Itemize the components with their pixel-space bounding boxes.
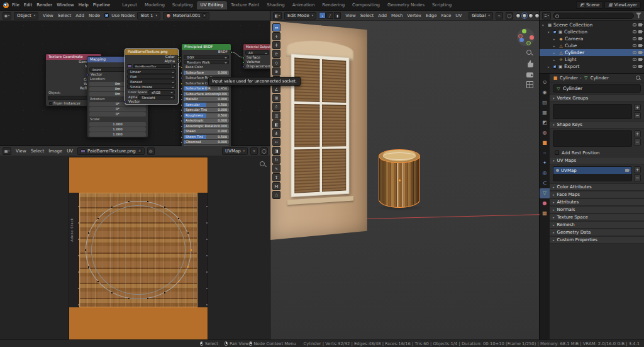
properties-tab[interactable]: ◎ bbox=[540, 168, 550, 178]
vector-input-socket[interactable] bbox=[124, 101, 126, 103]
outliner-row[interactable]: Cube bbox=[540, 42, 644, 49]
image-icon[interactable] bbox=[127, 64, 132, 68]
input-socket[interactable] bbox=[180, 82, 183, 85]
viewlayer-selector[interactable]: ViewLayer bbox=[604, 1, 641, 9]
properties-tab[interactable]: ✦ bbox=[540, 158, 550, 168]
disable-in-render-icon[interactable] bbox=[638, 51, 642, 54]
properties-tab[interactable]: ◩ bbox=[540, 118, 550, 128]
value-slider[interactable]: Metallic 0.000 bbox=[184, 97, 229, 101]
input-socket[interactable] bbox=[180, 136, 183, 139]
unlink-image-icon[interactable] bbox=[138, 149, 142, 153]
shader-menu-item[interactable]: View bbox=[41, 13, 55, 19]
workspace-tab[interactable]: UV Editing bbox=[197, 1, 228, 9]
transform-orientation-dropdown[interactable]: Global bbox=[469, 12, 493, 20]
image-setting-select[interactable]: Linear bbox=[127, 69, 176, 74]
workspace-tab[interactable]: Animation bbox=[289, 1, 319, 9]
image-name-field[interactable]: PaidBarrelTex.. bbox=[133, 64, 171, 69]
vertex-groups-list[interactable] bbox=[553, 104, 632, 119]
distribution-select[interactable]: GGX bbox=[184, 55, 229, 59]
viewport-tool-button[interactable]: ∠ bbox=[272, 85, 280, 93]
uv-map-item[interactable]: UVMap bbox=[553, 167, 631, 174]
value-slider[interactable]: Specular 0.500 bbox=[184, 103, 229, 107]
editor-type-dropdown[interactable] bbox=[273, 12, 282, 20]
workspace-tab[interactable]: Rendering bbox=[318, 1, 348, 9]
input-socket[interactable] bbox=[180, 120, 183, 122]
viewport-tool-button[interactable]: ◧ bbox=[272, 120, 280, 128]
properties-section[interactable]: Face Maps bbox=[550, 191, 644, 198]
snap-magnet-icon[interactable]: ⌁ bbox=[496, 12, 503, 20]
collection-checkbox[interactable] bbox=[553, 30, 557, 34]
outliner-row[interactable]: Collection bbox=[540, 28, 644, 35]
slot-dropdown[interactable]: Slot 1 bbox=[137, 12, 160, 20]
uv-canvas[interactable]: Adobe Stock bbox=[0, 156, 270, 339]
datablock-name-field[interactable]: Cylinder bbox=[553, 84, 641, 93]
reference-photo-plane[interactable] bbox=[270, 21, 367, 240]
expand-icon[interactable] bbox=[553, 44, 557, 48]
uv-map-dropdown[interactable]: UVMap bbox=[222, 147, 248, 155]
properties-section[interactable]: Color Attributes bbox=[550, 183, 644, 191]
disable-in-render-icon[interactable] bbox=[638, 65, 642, 68]
uv-menu-item[interactable]: Select bbox=[29, 148, 47, 154]
properties-tab[interactable]: ▦ bbox=[540, 108, 550, 118]
input-socket[interactable] bbox=[180, 88, 183, 90]
add-uv-map-button[interactable] bbox=[634, 166, 641, 173]
viewport-menu-item[interactable]: UV bbox=[453, 13, 464, 19]
input-socket[interactable] bbox=[180, 93, 183, 96]
shape-keys-list[interactable] bbox=[553, 130, 632, 147]
uv-menu-item[interactable]: UV bbox=[65, 148, 75, 154]
alpha-select[interactable]: Straight bbox=[138, 95, 175, 100]
input-socket[interactable] bbox=[180, 141, 183, 144]
cylinder-object[interactable] bbox=[379, 149, 420, 208]
value-slider[interactable]: Clearcoat Roughness 0.030 bbox=[184, 145, 229, 147]
viewport-tool-button[interactable]: ◫ bbox=[272, 111, 280, 120]
viewport-tool-button[interactable]: ✂ bbox=[272, 138, 280, 146]
vertex-select-button[interactable]: ∙ bbox=[319, 12, 326, 19]
properties-tab[interactable]: ◍ bbox=[540, 128, 550, 138]
viewport-tool-button[interactable]: ⊞ bbox=[272, 94, 280, 102]
node-material-output[interactable]: Material Output All Surface Volume bbox=[243, 43, 270, 69]
remove-shape-key-button[interactable] bbox=[634, 139, 641, 145]
snap-icon[interactable]: ⌖ bbox=[250, 147, 258, 155]
value-slider[interactable]: Base Color bbox=[184, 65, 229, 69]
blender-logo-icon[interactable] bbox=[3, 3, 9, 8]
hide-in-viewport-icon[interactable] bbox=[633, 65, 636, 68]
outliner-row[interactable]: Light bbox=[540, 56, 644, 63]
expand-icon[interactable] bbox=[548, 65, 552, 69]
breadcrumb-object[interactable]: Cylinder bbox=[560, 76, 578, 81]
viewport-tool-button[interactable]: ⋈ bbox=[272, 182, 280, 190]
node-header[interactable]: Material Output bbox=[243, 44, 270, 50]
node-header[interactable]: PaidBarrelTexture.png bbox=[125, 49, 178, 55]
subsurface-method-select[interactable]: Random Walk bbox=[184, 60, 229, 64]
hide-in-viewport-icon[interactable] bbox=[633, 58, 636, 61]
disable-in-render-icon[interactable] bbox=[638, 23, 642, 26]
properties-section[interactable]: Remesh bbox=[550, 221, 644, 229]
scale-y-field[interactable]: 1.000 bbox=[89, 127, 146, 132]
uv-menu-item[interactable]: Image bbox=[47, 148, 64, 154]
viewport-canvas[interactable]: ▭+✛⟳◇⊕✎∠⊞⇧◫◧⋔✂◨↻∿↕⋈◌ User Perspective (1… bbox=[270, 21, 540, 339]
properties-section[interactable]: Geometry Data bbox=[550, 229, 644, 236]
y-axis-handle[interactable] bbox=[522, 29, 526, 33]
input-socket[interactable] bbox=[180, 109, 183, 111]
node-principled-bsdf[interactable]: Principled BSDF BSDF GGX Random Walk Bas… bbox=[181, 43, 231, 146]
hide-in-viewport-icon[interactable] bbox=[633, 51, 636, 54]
uv-menu-item[interactable]: View bbox=[14, 148, 28, 154]
solid-shading-icon[interactable] bbox=[522, 13, 527, 18]
vector-input-socket[interactable] bbox=[86, 74, 89, 76]
input-socket[interactable] bbox=[180, 77, 183, 79]
node-header[interactable]: Principled BSDF bbox=[182, 44, 231, 50]
viewport-tool-button[interactable]: ⇧ bbox=[272, 103, 280, 111]
section-uv-maps[interactable]: UV Maps bbox=[550, 157, 644, 164]
viewport-tool-button[interactable]: ◨ bbox=[272, 147, 280, 155]
viewport-menu-item[interactable]: Vertex bbox=[405, 13, 423, 19]
remove-vertex-group-button[interactable] bbox=[634, 112, 641, 119]
viewport-tool-button[interactable]: ∿ bbox=[272, 164, 280, 173]
remove-uv-map-button[interactable] bbox=[634, 174, 641, 181]
properties-section[interactable]: Custom Properties bbox=[550, 236, 644, 244]
image-datablock[interactable]: PaidBarrelTexture.png bbox=[77, 147, 145, 155]
section-vertex-groups[interactable]: Vertex Groups bbox=[550, 94, 644, 102]
properties-section[interactable]: Normals bbox=[550, 206, 644, 213]
input-socket[interactable] bbox=[180, 125, 183, 128]
input-socket[interactable] bbox=[180, 72, 183, 74]
app-menu-item[interactable]: Help bbox=[77, 2, 91, 8]
value-slider[interactable]: Subsurface 0.000 bbox=[184, 71, 229, 75]
